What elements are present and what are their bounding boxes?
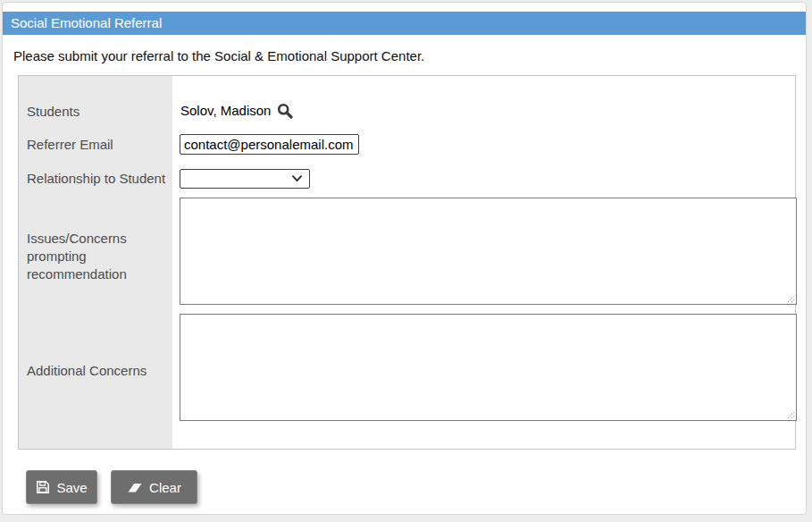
students-value-row: Solov, Madison xyxy=(180,101,293,119)
eraser-icon xyxy=(127,481,143,493)
additional-concerns-label: Additional Concerns xyxy=(27,362,146,380)
clear-button[interactable]: Clear xyxy=(111,470,197,504)
floppy-disk-icon xyxy=(36,480,50,494)
label-column: Students Referrer Email Relationship to … xyxy=(19,76,172,449)
additional-concerns-field xyxy=(180,314,797,421)
intro-text: Please submit your referral to the Socia… xyxy=(13,48,424,63)
relationship-label: Relationship to Student xyxy=(27,170,165,188)
issues-concerns-field xyxy=(180,198,797,305)
additional-concerns-textarea[interactable] xyxy=(180,314,797,421)
referrer-email-input[interactable] xyxy=(180,134,359,155)
search-icon[interactable] xyxy=(277,103,293,119)
referral-form: Students Referrer Email Relationship to … xyxy=(18,75,796,450)
save-button[interactable]: Save xyxy=(26,470,97,504)
panel-title: Social Emotional Referral xyxy=(3,12,806,35)
relationship-select[interactable] xyxy=(180,169,310,189)
students-value: Solov, Madison xyxy=(180,103,271,118)
relationship-select-wrap xyxy=(180,169,310,189)
issues-concerns-textarea[interactable] xyxy=(180,198,797,305)
clear-button-label: Clear xyxy=(149,480,181,495)
students-label: Students xyxy=(27,103,80,121)
referral-panel: Social Emotional Referral Please submit … xyxy=(2,2,807,515)
save-button-label: Save xyxy=(56,480,87,495)
referrer-email-label: Referrer Email xyxy=(27,136,113,154)
issues-concerns-label: Issues/Concerns prompting recommendation xyxy=(27,230,145,283)
